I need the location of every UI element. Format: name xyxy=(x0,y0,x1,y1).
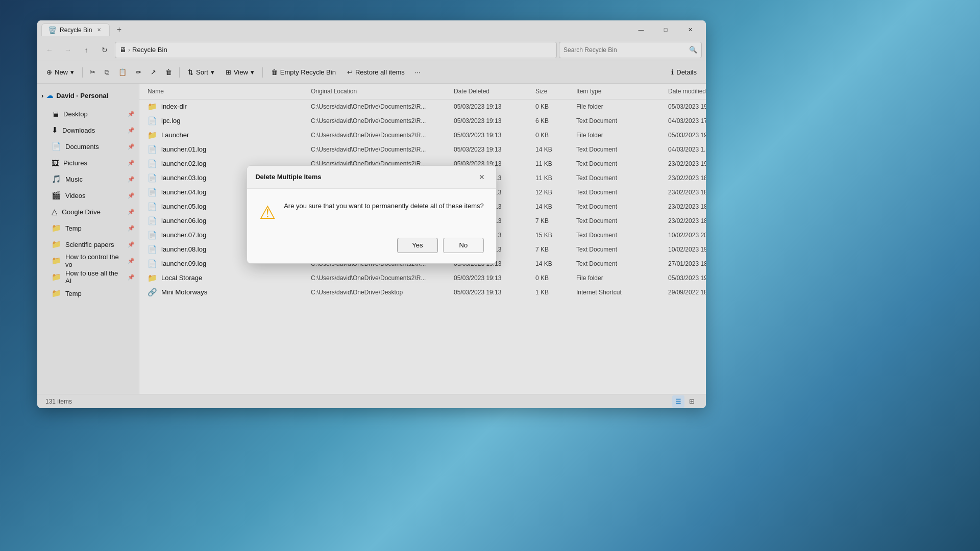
dialog-close-button[interactable]: ✕ xyxy=(476,171,488,183)
file-explorer-window: 🗑️ Recycle Bin ✕ + — □ ✕ ← → ↑ ↻ 🖥 › Rec… xyxy=(37,20,706,408)
dialog-buttons: Yes No xyxy=(247,234,496,263)
dialog-message: Are you sure that you want to permanentl… xyxy=(284,201,484,211)
delete-dialog: Delete Multiple Items ✕ ⚠ Are you sure t… xyxy=(247,165,497,264)
dialog-yes-button[interactable]: Yes xyxy=(397,238,438,253)
dialog-body: ⚠ Are you sure that you want to permanen… xyxy=(247,189,496,234)
dialog-title: Delete Multiple Items xyxy=(255,173,321,181)
dialog-no-button[interactable]: No xyxy=(443,238,484,253)
dialog-title-bar: Delete Multiple Items ✕ xyxy=(247,166,496,189)
dialog-warning-icon: ⚠ xyxy=(259,202,276,223)
dialog-overlay: Delete Multiple Items ✕ ⚠ Are you sure t… xyxy=(37,20,706,408)
